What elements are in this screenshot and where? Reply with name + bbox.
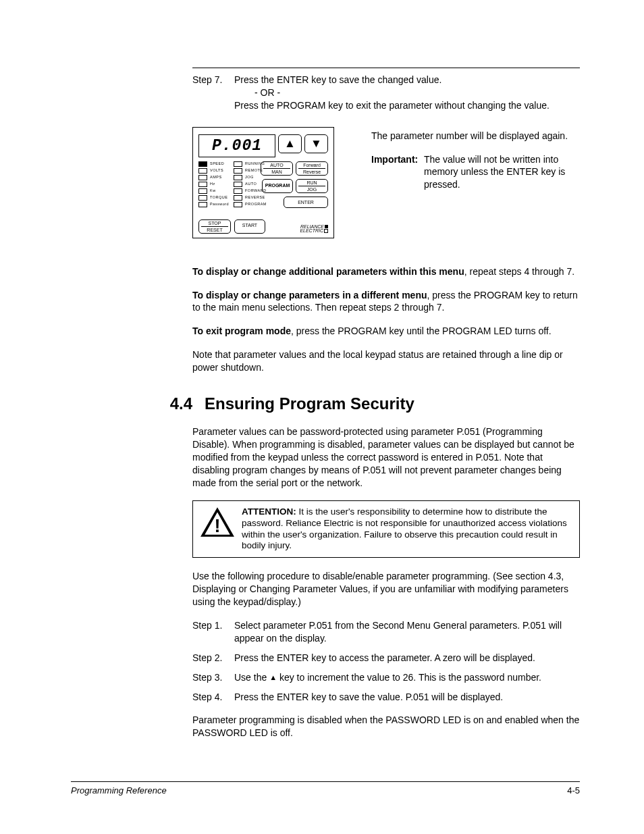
- step-row: Step 2.Press the ENTER key to access the…: [192, 652, 580, 664]
- para-different-menu: To display or change parameters in a dif…: [192, 289, 580, 315]
- important-label: Important:: [371, 153, 424, 192]
- page: Step 7. Press the ENTER key to save the …: [0, 0, 644, 834]
- led-row: Kw: [198, 188, 234, 194]
- led-indicator: [198, 188, 207, 194]
- side-p1: The parameter number will be displayed a…: [371, 130, 580, 142]
- led-indicator: [234, 175, 242, 180]
- step-body: Press the ENTER key to save the changed …: [234, 74, 580, 112]
- led-label: AMPS: [210, 176, 222, 180]
- up-arrow-button[interactable]: ▲: [278, 134, 302, 153]
- attention-box: ! ATTENTION: It is the user's responsibi…: [192, 500, 580, 558]
- led-indicator: [234, 202, 242, 207]
- para-exit: To exit program mode, press the PROGRAM …: [192, 325, 580, 338]
- keypad-row: P.001 ▲ ▼ SPEEDVOLTSAMPSHzKwTORQUEPasswo…: [192, 127, 580, 238]
- led-indicator: [234, 182, 242, 187]
- step-label: Step 3.: [192, 671, 234, 684]
- led-label: Password: [210, 203, 229, 207]
- step-label: Step 7.: [192, 74, 234, 112]
- para-note-retention: Note that parameter values and the local…: [192, 348, 580, 374]
- step-label: Step 2.: [192, 652, 234, 664]
- use-procedure: Use the following procedure to disable/e…: [192, 570, 580, 608]
- enter-button[interactable]: ENTER: [284, 197, 328, 208]
- led-row: PROGRAM: [234, 202, 269, 208]
- led-indicator: [234, 195, 242, 201]
- up-arrow-icon: ▲: [269, 673, 277, 681]
- step-row: Step 3.Use the ▲ key to increment the va…: [192, 671, 580, 684]
- footer-right: 4-5: [567, 785, 580, 797]
- steps-list: Step 1.Select parameter P.051 from the S…: [192, 619, 580, 703]
- led-label: JOG: [245, 176, 254, 180]
- led-indicator: [198, 182, 207, 187]
- led-indicator: [234, 161, 242, 167]
- footer-left: Programming Reference: [71, 785, 167, 797]
- led-label: AUTO: [245, 182, 257, 186]
- step-body: Press the ENTER key to access the parame…: [234, 652, 580, 664]
- section-body: Parameter values can be password-protect…: [192, 425, 580, 739]
- step7-line1: Press the ENTER key to save the changed …: [234, 74, 580, 86]
- led-row: AMPS: [198, 175, 234, 181]
- keypad-display: P.001: [198, 134, 275, 157]
- led-label: SPEED: [210, 162, 224, 166]
- led-label: REVERSE: [245, 196, 265, 200]
- section-heading: 4.4 Ensuring Program Security: [192, 393, 580, 415]
- closing-para: Parameter programming is disabled when t…: [192, 714, 580, 739]
- svg-text:!: !: [214, 515, 220, 536]
- warning-icon: !: [200, 506, 235, 533]
- led-row: Password: [198, 202, 234, 208]
- mid-paragraphs: To display or change additional paramete…: [192, 265, 580, 374]
- section-number: 4.4: [152, 393, 205, 415]
- step-label: Step 4.: [192, 691, 234, 704]
- auto-man-button[interactable]: AUTOMAN: [261, 161, 293, 176]
- step-body: Use the ▲ key to increment the value to …: [234, 671, 580, 684]
- step-body: Press the ENTER key to save the value. P…: [234, 691, 580, 704]
- led-row: SPEED: [198, 161, 234, 167]
- keypad-device: P.001 ▲ ▼ SPEEDVOLTSAMPSHzKwTORQUEPasswo…: [192, 127, 334, 238]
- led-label: VOLTS: [210, 169, 223, 173]
- led-indicator: [198, 195, 207, 201]
- led-indicator: [234, 168, 242, 174]
- led-label: PROGRAM: [245, 203, 267, 207]
- step7-line2: Press the PROGRAM key to exit the parame…: [234, 99, 580, 112]
- down-arrow-button[interactable]: ▼: [304, 134, 328, 153]
- step7-or: - OR -: [254, 86, 580, 99]
- brand-logo: RELIANCE ELECTRIC: [300, 225, 328, 234]
- attention-text: ATTENTION: It is the user's responsibili…: [242, 506, 572, 552]
- step-row: Step 4.Press the ENTER key to save the v…: [192, 691, 580, 704]
- program-button[interactable]: PROGRAM: [262, 179, 293, 193]
- important-note: Important: The value will not be written…: [371, 153, 580, 192]
- start-button[interactable]: START: [234, 219, 265, 234]
- led-indicator: [234, 188, 242, 194]
- step7-block: Step 7. Press the ENTER key to save the …: [192, 68, 580, 238]
- led-label: Hz: [210, 182, 215, 186]
- led-row: VOLTS: [198, 168, 234, 174]
- keypad-col: P.001 ▲ ▼ SPEEDVOLTSAMPSHzKwTORQUEPasswo…: [192, 127, 341, 238]
- led-label: Kw: [210, 189, 216, 193]
- step-body: Select parameter P.051 from the Second M…: [234, 619, 580, 645]
- step-row: Step 1.Select parameter P.051 from the S…: [192, 619, 580, 645]
- stop-reset-button[interactable]: STOPRESET: [198, 219, 231, 234]
- led-indicator: [198, 168, 207, 174]
- led-row: REVERSE: [234, 195, 269, 201]
- led-indicator: [198, 202, 207, 207]
- led-label: TORQUE: [210, 196, 227, 200]
- keypad-side-text: The parameter number will be displayed a…: [371, 127, 580, 192]
- step-label: Step 1.: [192, 619, 234, 645]
- section-intro: Parameter values can be password-protect…: [192, 425, 580, 489]
- run-jog-button[interactable]: RUNJOG: [296, 179, 328, 193]
- para-additional: To display or change additional paramete…: [192, 265, 580, 278]
- important-text: The value will not be written into memor…: [424, 153, 580, 192]
- led-indicator: [198, 161, 207, 167]
- forward-reverse-button[interactable]: ForwardReverse: [296, 161, 328, 176]
- section-title: Ensuring Program Security: [205, 393, 414, 415]
- led-row: Hz: [198, 182, 234, 188]
- led-row: TORQUE: [198, 195, 234, 201]
- page-footer: Programming Reference 4-5: [71, 781, 580, 797]
- led-indicator: [198, 175, 207, 180]
